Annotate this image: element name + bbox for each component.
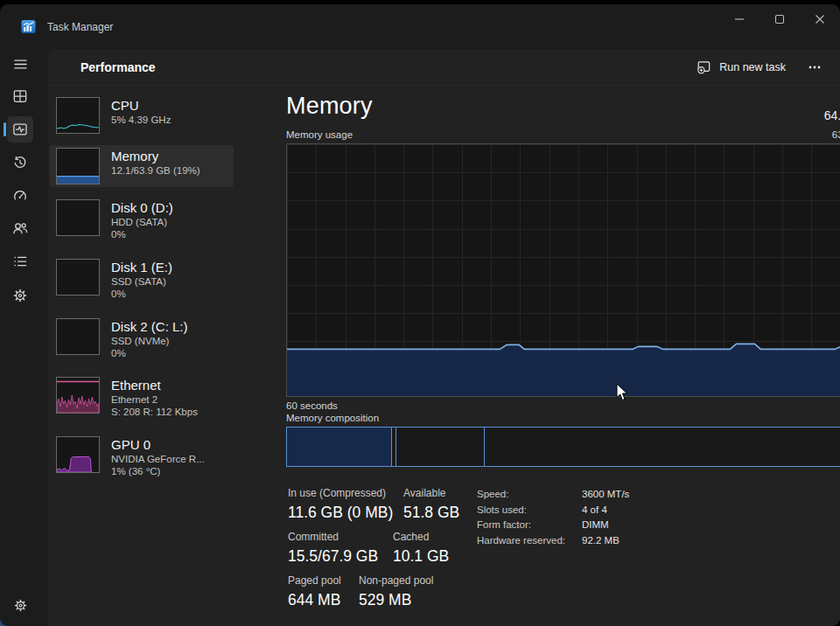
memory-page-title: Memory: [286, 93, 373, 120]
nav-performance[interactable]: [7, 116, 33, 143]
perf-item-sub: SSD (SATA): [111, 275, 172, 288]
minimize-icon: [734, 14, 745, 24]
nav-processes[interactable]: [7, 83, 33, 109]
hamburger-menu-icon: [11, 55, 30, 73]
menu-button[interactable]: [7, 51, 33, 77]
perf-item-sub2: S: 208 R: 112 Kbps: [111, 406, 198, 418]
stat-label: Paged pool: [288, 574, 359, 587]
memory-detail-pane: Memory 64.0 GB Memory usage 63.9 GB 60 s…: [286, 49, 840, 626]
usage-chart-label: Memory usage: [286, 129, 353, 140]
perf-item-title: Ethernet: [111, 377, 198, 393]
window-controls: [719, 4, 840, 34]
nav-details[interactable]: [7, 248, 33, 275]
perf-item-sub: 12.1/63.9 GB (19%): [111, 164, 200, 177]
settings-gear-icon: [12, 597, 29, 614]
hw-value: 92.2 MB: [582, 535, 629, 546]
nav-users[interactable]: [7, 215, 33, 241]
memory-total-capacity: 64.0 GB: [824, 108, 840, 122]
perf-item-title: GPU 0: [111, 436, 205, 453]
minimize-button[interactable]: [719, 4, 760, 34]
disk2-mini-chart: [56, 318, 100, 355]
perf-item-sub: Ethernet 2: [111, 393, 198, 406]
maximize-icon: [774, 14, 785, 24]
nav-app-history[interactable]: [7, 150, 33, 176]
memory-composition-bar: [286, 427, 840, 467]
app-history-icon: [11, 154, 29, 171]
mouse-cursor: [616, 383, 628, 401]
close-button[interactable]: [800, 4, 840, 34]
window-title: Task Manager: [47, 21, 113, 33]
cpu-mini-chart: [56, 97, 100, 134]
hw-label: Slots used:: [477, 504, 575, 516]
performance-icon: [11, 121, 29, 138]
perf-item-cpu[interactable]: CPU 5% 4.39 GHz: [50, 94, 234, 136]
services-icon: [11, 287, 29, 304]
chart-x-left-label: 60 seconds: [286, 400, 338, 411]
nav-startup-apps[interactable]: [7, 183, 33, 209]
stat-value: 10.1 GB: [393, 547, 449, 566]
perf-item-disk1[interactable]: Disk 1 (E:) SSD (SATA) 0%: [50, 256, 234, 303]
hw-value: 3600 MT/s: [582, 489, 629, 500]
ethernet-mini-chart: [56, 377, 100, 414]
stat-value: 51.8 GB: [403, 504, 459, 522]
hw-label: Speed:: [477, 489, 575, 500]
perf-item-sub: NVIDIA GeForce R...: [111, 453, 205, 465]
gpu-mini-chart: [56, 436, 100, 473]
page-title: Performance: [80, 60, 156, 74]
stat-value: 15.5/67.9 GB: [288, 547, 393, 566]
selected-nav-indicator: [4, 122, 6, 136]
nav-services[interactable]: [7, 282, 33, 309]
stat-label: Cached: [393, 531, 449, 543]
composition-segment-in-use[interactable]: [287, 428, 392, 466]
hw-label: Hardware reserved:: [477, 535, 575, 546]
perf-item-sub2: 0%: [111, 228, 173, 240]
navigation-rail: [0, 49, 48, 626]
hw-value: 4 of 4: [582, 504, 629, 516]
users-icon: [11, 219, 29, 237]
disk1-mini-chart: [56, 259, 100, 296]
perf-item-disk0[interactable]: Disk 0 (D:) HDD (SATA) 0%: [50, 197, 234, 243]
task-manager-window: Task Manager: [0, 4, 840, 626]
content-panel: Performance Run new task: [48, 49, 840, 626]
perf-item-disk2[interactable]: Disk 2 (C: L:) SSD (NVMe) 0%: [50, 316, 234, 362]
startup-apps-icon: [11, 187, 29, 205]
disk0-mini-chart: [56, 199, 100, 236]
processes-icon: [11, 87, 29, 105]
hw-value: DIMM: [582, 519, 629, 531]
maximize-button[interactable]: [760, 4, 800, 34]
memory-composition-label: Memory composition: [286, 413, 379, 423]
perf-item-ethernet[interactable]: Ethernet Ethernet 2 S: 208 R: 112 Kbps: [50, 374, 234, 421]
settings-button[interactable]: [7, 592, 33, 618]
performance-sidebar-list: CPU 5% 4.39 GHz Memory 12.1/63.9 GB (19%…: [50, 94, 234, 480]
hardware-info: Speed: 3600 MT/s Slots used: 4 of 4 Form…: [477, 489, 629, 546]
perf-item-gpu[interactable]: GPU 0 NVIDIA GeForce R... 1% (36 °C): [50, 434, 234, 480]
stat-label: Non-paged pool: [359, 574, 433, 587]
stat-label: In use (Compressed): [288, 487, 403, 499]
close-icon: [815, 14, 825, 24]
memory-usage-chart[interactable]: [286, 143, 840, 397]
memory-usage-area: [287, 144, 840, 396]
perf-item-title: Disk 1 (E:): [111, 259, 172, 275]
task-manager-logo-icon: [21, 19, 36, 34]
perf-item-sub2: 0%: [111, 347, 188, 359]
stat-label: Available: [403, 487, 459, 499]
perf-item-sub2: 1% (36 °C): [111, 465, 205, 477]
perf-item-sub: SSD (NVMe): [111, 335, 188, 347]
perf-item-sub: HDD (SATA): [111, 216, 173, 228]
composition-segment-free[interactable]: [485, 428, 840, 466]
stat-value: 11.6 GB (0 MB): [288, 504, 403, 522]
perf-item-title: Disk 2 (C: L:): [111, 318, 188, 335]
details-list-icon: [11, 253, 29, 270]
perf-item-memory[interactable]: Memory 12.1/63.9 GB (19%): [50, 145, 234, 187]
hw-label: Form factor:: [477, 519, 575, 531]
composition-segment-standby[interactable]: [396, 428, 485, 466]
titlebar: Task Manager: [0, 4, 840, 49]
stat-value: 529 MB: [359, 591, 433, 609]
stat-value: 644 MB: [288, 591, 359, 609]
perf-item-title: Disk 0 (D:): [111, 199, 173, 216]
perf-item-sub2: 0%: [111, 288, 172, 300]
memory-stats: In use (Compressed) 11.6 GB (0 MB) Avail…: [288, 487, 459, 618]
perf-item-title: CPU: [111, 97, 171, 114]
perf-item-sub: 5% 4.39 GHz: [111, 114, 171, 126]
memory-mini-chart: [56, 148, 100, 184]
